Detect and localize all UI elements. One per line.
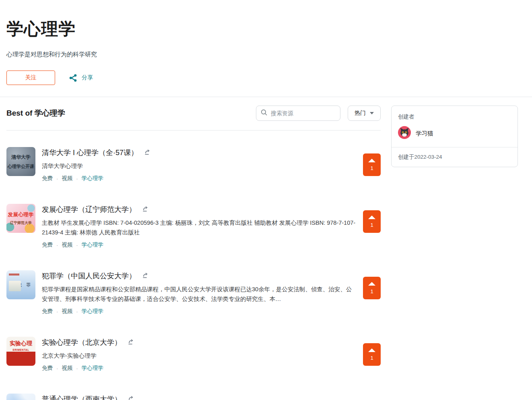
- tag-separator: ·: [76, 242, 78, 248]
- resource-tags: 免费 · 视频 · 学心理学: [42, 175, 356, 182]
- external-link-icon[interactable]: [144, 149, 151, 157]
- sidebar: 创建者: [391, 106, 518, 167]
- resource-tags: 免费 · 视频 · 学心理学: [42, 365, 356, 372]
- tag-separator: ·: [56, 242, 58, 248]
- main-column: Best of 学心理学 热门 清华大学: [6, 106, 381, 400]
- tag-topic-link[interactable]: 学心理学: [82, 241, 103, 249]
- resource-description: 犯罪学课程是国家精品课程和公安部精品课程，中国人民公安大学开设该课程已达30余年…: [42, 284, 356, 304]
- thumbnail-text: 辽宁师范大学: [10, 220, 32, 226]
- upvote-arrow-icon: [368, 216, 375, 219]
- resource-list: 清华大学 心理学公开课 清华大学 I 心理学（全·57课）: [6, 147, 381, 400]
- external-link-icon[interactable]: [142, 272, 148, 280]
- search-box[interactable]: [256, 106, 340, 121]
- resource-tags: 免费 · 视频 · 学心理学: [42, 308, 356, 315]
- sort-dropdown[interactable]: 热门: [348, 106, 381, 121]
- resource-title[interactable]: 犯罪学（中国人民公安大学）: [42, 271, 136, 281]
- list-toolbar: Best of 学心理学 热门: [6, 106, 381, 121]
- tag-video: 视频: [62, 241, 72, 249]
- tag-free: 免费: [42, 365, 53, 372]
- resource-title[interactable]: 普通心理学（西南大学）: [42, 394, 122, 400]
- thumbnail-text: ERIMENTAL PSYCHO: [6, 348, 35, 354]
- list-item: 实验心理 ERIMENTAL PSYCHO 实验心理学（北京大学）: [6, 337, 381, 372]
- page-subtitle: 心理学是对思想和行为的科学研究: [6, 51, 526, 58]
- upvote-count: 1: [370, 289, 373, 294]
- tag-free: 免费: [42, 241, 53, 249]
- list-item: 犯 罪 犯罪学（中国人民公安大学） 犯罪学课程是国家精品课程和: [6, 270, 381, 315]
- thumbnail-text: 实验心理: [10, 340, 32, 347]
- resource-title[interactable]: 清华大学 I 心理学（全·57课）: [42, 148, 138, 158]
- content: Best of 学心理学 热门 清华大学: [0, 97, 532, 400]
- upvote-button[interactable]: 1: [363, 210, 381, 233]
- upvote-button[interactable]: 1: [363, 343, 381, 366]
- thumbnail-text: 清华大学: [11, 154, 31, 161]
- resource-thumbnail[interactable]: 犯 罪: [6, 270, 35, 299]
- sort-selected-value: 热门: [355, 110, 366, 117]
- tag-separator: ·: [56, 309, 58, 315]
- resource-body: 发展心理学（辽宁师范大学） 主教材 毕生发展心理学 ISBN: 7-04-020…: [42, 204, 363, 249]
- resource-body: 清华大学 I 心理学（全·57课） 清华大学心理学 免费 ·: [42, 147, 363, 182]
- resource-description: 主教材 毕生发展心理学 ISBN: 7-04-020596-3 主编: 杨丽珠，…: [42, 218, 356, 237]
- resource-description: 清华大学心理学: [42, 161, 356, 171]
- list-item: 清华大学 心理学公开课 清华大学 I 心理学（全·57课）: [6, 147, 381, 182]
- upvote-arrow-icon: [368, 159, 375, 162]
- resource-body: 犯罪学（中国人民公安大学） 犯罪学课程是国家精品课程和公安部精品课程，中国人民公…: [42, 270, 363, 315]
- resource-thumbnail[interactable]: [6, 394, 35, 400]
- list-item: 普通心理学（西南大学）: [6, 394, 381, 400]
- tag-video: 视频: [62, 365, 72, 372]
- tag-video: 视频: [62, 308, 72, 315]
- resource-body: 普通心理学（西南大学）: [42, 394, 363, 400]
- search-icon: [260, 109, 268, 118]
- upvote-arrow-icon: [368, 282, 375, 286]
- creator-name[interactable]: 学习猫: [416, 130, 433, 137]
- upvote-count: 1: [370, 222, 373, 228]
- tag-topic-link[interactable]: 学心理学: [82, 308, 103, 315]
- search-input[interactable]: [271, 110, 336, 116]
- follow-button[interactable]: 关注: [6, 70, 55, 85]
- tag-topic-link[interactable]: 学心理学: [82, 365, 103, 372]
- tag-separator: ·: [76, 176, 78, 182]
- tag-separator: ·: [76, 365, 78, 371]
- resource-tags: 免费 · 视频 · 学心理学: [42, 241, 356, 249]
- resource-body: 实验心理学（北京大学） 北京大学-实验心理学 免费 ·: [42, 337, 363, 372]
- list-item: 发展心理学 辽宁师范大学 发展心理学（辽宁师范大学）: [6, 204, 381, 249]
- toolbar-divider: [6, 130, 381, 131]
- tag-separator: ·: [56, 365, 58, 371]
- best-of-heading: Best of 学心理学: [6, 108, 256, 118]
- page-header: 学心理学 心理学是对思想和行为的科学研究 关注 分享: [0, 0, 532, 85]
- upvote-count: 1: [370, 166, 373, 171]
- created-date: 创建于2022-03-24: [392, 147, 518, 167]
- share-icon: [68, 73, 78, 83]
- tag-free: 免费: [42, 308, 53, 315]
- resource-description: 北京大学-实验心理学: [42, 351, 356, 361]
- resource-title[interactable]: 实验心理学（北京大学）: [42, 338, 122, 347]
- chevron-down-icon: [370, 112, 374, 114]
- external-link-icon[interactable]: [127, 395, 134, 400]
- creator-card: 创建者: [391, 106, 518, 167]
- upvote-count: 1: [370, 355, 373, 361]
- tag-separator: ·: [56, 176, 58, 182]
- header-actions: 关注 分享: [6, 70, 526, 85]
- upvote-arrow-icon: [368, 348, 375, 352]
- creator-label: 创建者: [398, 113, 511, 120]
- upvote-button[interactable]: 1: [363, 153, 381, 176]
- thumbnail-text: 犯 罪: [17, 282, 32, 288]
- tag-video: 视频: [62, 175, 72, 182]
- creator-avatar: [398, 126, 411, 141]
- share-label: 分享: [82, 74, 93, 81]
- resource-thumbnail[interactable]: 清华大学 心理学公开课: [6, 147, 35, 176]
- external-link-icon[interactable]: [127, 338, 134, 347]
- thumbnail-text: 心理学公开课: [8, 164, 34, 170]
- tag-topic-link[interactable]: 学心理学: [82, 175, 103, 182]
- resource-thumbnail[interactable]: 实验心理 ERIMENTAL PSYCHO: [6, 337, 35, 366]
- resource-thumbnail[interactable]: 发展心理学 辽宁师范大学: [6, 204, 35, 233]
- tag-separator: ·: [76, 309, 78, 315]
- creator-row: 学习猫: [398, 126, 511, 141]
- page-title: 学心理学: [6, 18, 526, 40]
- thumbnail-text: 发展心理学: [8, 211, 34, 218]
- external-link-icon[interactable]: [142, 205, 148, 214]
- resource-title[interactable]: 发展心理学（辽宁师范大学）: [42, 205, 136, 214]
- upvote-button[interactable]: 1: [363, 277, 381, 299]
- tag-free: 免费: [42, 175, 53, 182]
- share-button[interactable]: 分享: [68, 73, 93, 83]
